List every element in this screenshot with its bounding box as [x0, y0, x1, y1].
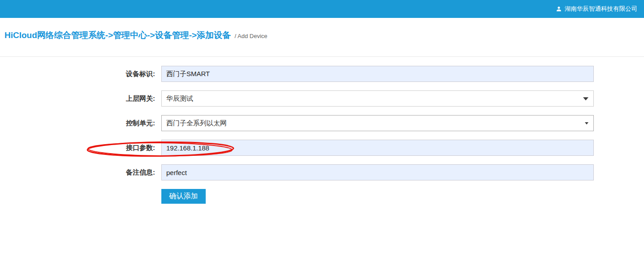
control-unit-select[interactable]: 西门子全系列以太网 — [161, 115, 594, 131]
user-icon — [556, 6, 562, 12]
control-unit-label: 控制单元: — [0, 115, 155, 131]
confirm-add-button[interactable]: 确认添加 — [161, 189, 206, 204]
submit-row: 确认添加 — [161, 189, 644, 204]
gateway-control: 华辰测试 — [161, 90, 594, 107]
control-unit-control: 西门子全系列以太网 — [161, 115, 594, 131]
device-id-control — [161, 66, 594, 82]
interface-params-control — [161, 140, 594, 156]
form-row-device-id: 设备标识: — [0, 66, 644, 82]
user-account-menu[interactable]: 湖南华辰智通科技有限公司 — [556, 5, 637, 13]
remark-label: 备注信息: — [0, 164, 155, 180]
gateway-selected-value: 华辰测试 — [166, 94, 193, 102]
company-name: 湖南华辰智通科技有限公司 — [565, 5, 637, 13]
remark-control — [161, 164, 594, 180]
gateway-label: 上层网关: — [0, 90, 155, 107]
chevron-down-icon — [585, 122, 588, 124]
form-row-interface-params: 接口参数: — [0, 140, 644, 156]
breadcrumb-suffix: / Add Device — [235, 33, 268, 39]
interface-params-input[interactable] — [161, 140, 594, 156]
add-device-form: 设备标识: 上层网关: 华辰测试 控制单元: 西门子全系列以太网 接口参数: 备 — [0, 66, 644, 204]
top-bar: 湖南华辰智通科技有限公司 — [0, 0, 644, 18]
gateway-select[interactable]: 华辰测试 — [161, 90, 594, 107]
form-row-control-unit: 控制单元: 西门子全系列以太网 — [0, 115, 644, 131]
form-row-gateway: 上层网关: 华辰测试 — [0, 90, 644, 107]
device-id-input[interactable] — [161, 66, 594, 82]
remark-input[interactable] — [161, 164, 594, 180]
breadcrumb-bar: HiCloud网络综合管理系统->管理中心->设备管理->添加设备 / Add … — [0, 18, 644, 57]
form-row-remark: 备注信息: — [0, 164, 644, 180]
chevron-down-icon — [583, 97, 588, 100]
control-unit-selected-value: 西门子全系列以太网 — [166, 119, 227, 127]
breadcrumb[interactable]: HiCloud网络综合管理系统->管理中心->设备管理->添加设备 — [4, 30, 231, 41]
device-id-label: 设备标识: — [0, 66, 155, 82]
interface-params-label: 接口参数: — [0, 140, 155, 156]
